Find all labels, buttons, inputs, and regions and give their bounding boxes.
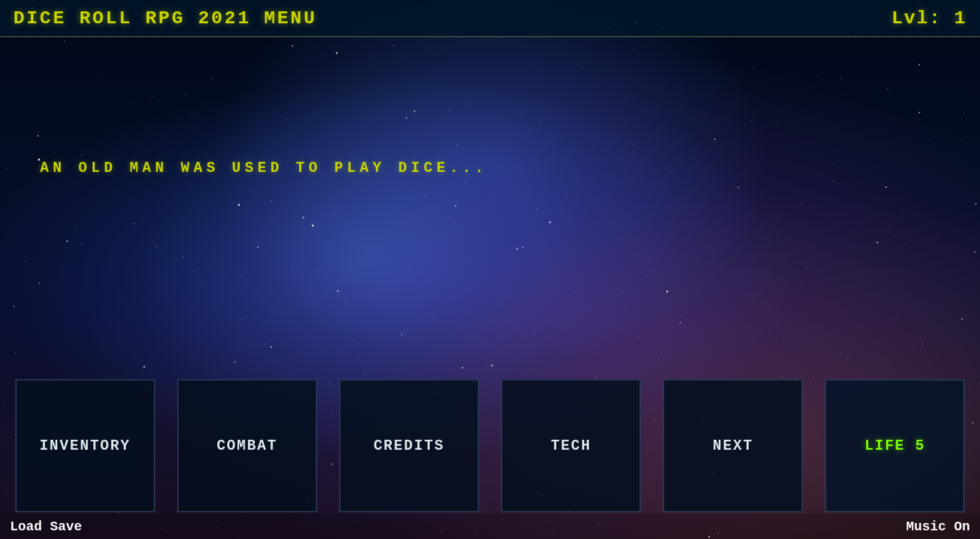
load-save-button[interactable]: Load Save	[10, 519, 82, 534]
header-bar: DICE ROLL RPG 2021 MENU Lvl: 1	[0, 0, 980, 37]
menu-buttons-container: INVENTORY COMBAT CREDITS TECH NEXT LIFE …	[0, 379, 980, 512]
story-text: AN OLD MAN WAS USED TO PLAY DICE...	[40, 160, 488, 177]
credits-button[interactable]: CREDITS	[339, 379, 479, 512]
music-toggle-button[interactable]: Music On	[906, 519, 970, 534]
level-display: Lvl: 1	[891, 8, 967, 29]
game-title: DICE ROLL RPG 2021 MENU	[13, 8, 316, 29]
bottom-bar: Load Save Music On	[0, 514, 980, 539]
life5-button[interactable]: LIFE 5	[825, 379, 965, 512]
inventory-button[interactable]: INVENTORY	[15, 379, 155, 512]
combat-button[interactable]: COMBAT	[177, 379, 317, 512]
tech-button[interactable]: TECH	[501, 379, 641, 512]
next-button[interactable]: NEXT	[663, 379, 803, 512]
